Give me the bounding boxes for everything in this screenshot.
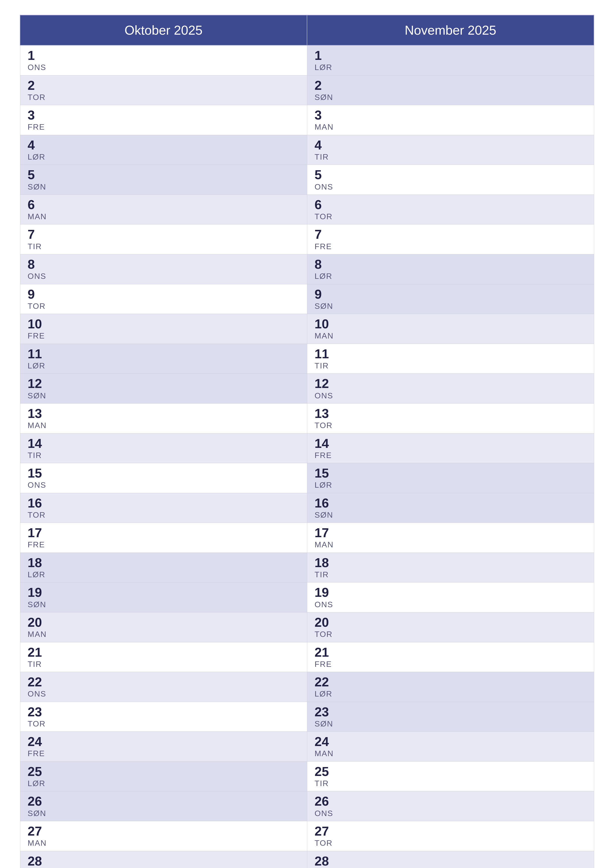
day-number: 24: [315, 735, 586, 749]
nov-day-cell: 28FRE: [307, 851, 594, 868]
day-number: 10: [315, 317, 586, 331]
day-name: TOR: [315, 212, 586, 221]
day-number: 26: [28, 794, 300, 808]
oct-day-cell: 20MAN: [20, 612, 307, 642]
day-name: LØR: [28, 570, 300, 579]
day-name: MAN: [28, 421, 300, 430]
oct-day-cell: 10FRE: [20, 314, 307, 344]
nov-day-cell: 2SØN: [307, 75, 594, 105]
november-header: November 2025: [307, 15, 594, 45]
day-number: 25: [315, 764, 586, 779]
day-name: ONS: [28, 480, 300, 490]
day-name: ONS: [315, 809, 586, 818]
day-number: 21: [28, 645, 300, 659]
day-number: 19: [28, 586, 300, 600]
day-number: 10: [28, 317, 300, 331]
oct-day-cell: 3FRE: [20, 105, 307, 135]
day-name: MAN: [28, 212, 300, 221]
day-name: MAN: [28, 629, 300, 639]
nov-day-cell: 14FRE: [307, 433, 594, 463]
oct-day-cell: 8ONS: [20, 254, 307, 284]
day-name: FRE: [315, 242, 586, 251]
nov-day-cell: 25TIR: [307, 761, 594, 791]
day-number: 17: [28, 526, 300, 540]
nov-day-cell: 6TOR: [307, 194, 594, 225]
day-number: 9: [315, 287, 586, 301]
day-number: 27: [315, 824, 586, 838]
day-number: 20: [315, 615, 586, 629]
day-number: 18: [28, 556, 300, 570]
day-name: TIR: [28, 659, 300, 669]
day-number: 5: [28, 168, 300, 182]
day-number: 1: [315, 48, 586, 63]
day-name: ONS: [315, 600, 586, 609]
october-header: Oktober 2025: [20, 15, 307, 45]
day-number: 5: [315, 168, 586, 182]
day-number: 6: [28, 198, 300, 212]
nov-day-cell: 27TOR: [307, 821, 594, 851]
nov-day-cell: 8LØR: [307, 254, 594, 284]
day-name: LØR: [28, 152, 300, 161]
oct-day-cell: 28TIR: [20, 851, 307, 868]
day-name: ONS: [28, 689, 300, 699]
day-name: TIR: [315, 570, 586, 579]
day-name: LØR: [315, 271, 586, 281]
day-number: 17: [315, 526, 586, 540]
day-name: ONS: [315, 182, 586, 192]
day-name: MAN: [315, 331, 586, 341]
oct-day-cell: 26SØN: [20, 791, 307, 821]
day-name: TOR: [28, 510, 300, 519]
day-number: 2: [315, 78, 586, 93]
day-number: 19: [315, 586, 586, 600]
day-number: 21: [315, 645, 586, 659]
day-number: 26: [315, 794, 586, 808]
oct-day-cell: 25LØR: [20, 761, 307, 791]
nov-day-cell: 22LØR: [307, 672, 594, 702]
day-number: 4: [28, 138, 300, 152]
oct-day-cell: 6MAN: [20, 194, 307, 225]
day-name: LØR: [28, 361, 300, 370]
nov-day-cell: 18TIR: [307, 553, 594, 583]
nov-day-cell: 5ONS: [307, 165, 594, 195]
nov-day-cell: 26ONS: [307, 791, 594, 821]
oct-day-cell: 27MAN: [20, 821, 307, 851]
day-number: 18: [315, 556, 586, 570]
oct-day-cell: 14TIR: [20, 433, 307, 463]
nov-day-cell: 4TIR: [307, 135, 594, 165]
day-name: TIR: [315, 779, 586, 788]
day-number: 15: [315, 466, 586, 480]
day-number: 13: [315, 406, 586, 421]
day-number: 2: [28, 78, 300, 93]
day-name: SØN: [28, 600, 300, 609]
day-name: MAN: [315, 122, 586, 132]
day-number: 7: [28, 227, 300, 242]
day-name: FRE: [28, 749, 300, 758]
oct-day-cell: 16TOR: [20, 493, 307, 523]
oct-day-cell: 21TIR: [20, 642, 307, 672]
day-name: LØR: [315, 480, 586, 490]
day-name: TOR: [315, 838, 586, 848]
oct-day-cell: 19SØN: [20, 583, 307, 612]
day-number: 22: [28, 675, 300, 689]
day-number: 3: [315, 108, 586, 122]
day-name: ONS: [28, 63, 300, 72]
day-number: 1: [28, 48, 300, 63]
page: Oktober 2025 November 2025 1ONS1LØR2TOR2…: [0, 0, 614, 868]
day-number: 11: [28, 347, 300, 361]
day-name: TOR: [28, 719, 300, 728]
oct-day-cell: 22ONS: [20, 672, 307, 702]
day-name: LØR: [315, 689, 586, 699]
day-name: TOR: [315, 629, 586, 639]
nov-day-cell: 17MAN: [307, 523, 594, 553]
oct-day-cell: 7TIR: [20, 225, 307, 254]
nov-day-cell: 13TOR: [307, 403, 594, 433]
day-number: 23: [315, 705, 586, 719]
day-number: 11: [315, 347, 586, 361]
day-name: SØN: [315, 93, 586, 102]
oct-day-cell: 13MAN: [20, 403, 307, 433]
oct-day-cell: 4LØR: [20, 135, 307, 165]
nov-day-cell: 21FRE: [307, 642, 594, 672]
day-number: 12: [315, 377, 586, 391]
day-name: ONS: [28, 271, 300, 281]
day-number: 6: [315, 198, 586, 212]
